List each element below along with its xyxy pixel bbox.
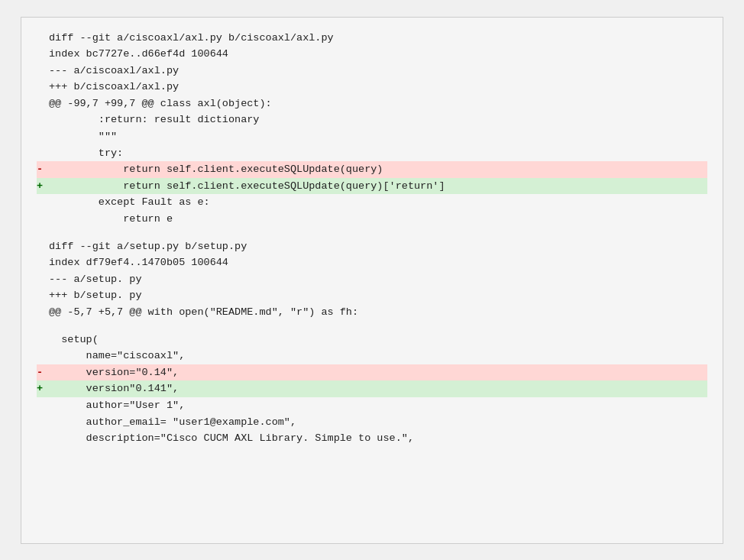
diff-line: :return: result dictionary [37, 112, 707, 128]
line-content: diff --git a/setup.py b/setup.py [49, 238, 707, 255]
line-content: name="ciscoaxl", [49, 348, 707, 364]
line-content: except Fault as e: [49, 194, 707, 211]
line-content: return self.client.executeSQLUpdate(quer… [49, 178, 707, 195]
line-content: version"0.141", [49, 380, 707, 397]
diff-line: --- a/setup. py [37, 271, 707, 288]
line-content: return self.client.executeSQLUpdate(quer… [49, 161, 707, 178]
line-content: description="Cisco CUCM AXL Library. Sim… [49, 430, 707, 447]
line-content: """ [49, 128, 707, 145]
diff-line: + version"0.141", [37, 380, 707, 397]
diff-viewer: diff --git a/ciscoaxl/axl.py b/ciscoaxl/… [21, 17, 723, 544]
line-content: try: [49, 145, 707, 162]
line-content: diff --git a/ciscoaxl/axl.py b/ciscoaxl/… [49, 30, 707, 47]
diff-line: description="Cisco CUCM AXL Library. Sim… [37, 430, 707, 447]
line-content: :return: result dictionary [49, 112, 707, 128]
diff-line: +++ b/setup. py [37, 287, 707, 304]
line-content: index bc7727e..d66ef4d 100644 [49, 46, 707, 63]
line-content: @@ -99,7 +99,7 @@ class axl(object): [49, 95, 707, 112]
diff-line: diff --git a/setup.py b/setup.py [37, 238, 707, 255]
diff-line: +++ b/ciscoaxl/axl.py [37, 79, 707, 95]
line-marker: + [37, 178, 49, 195]
diff-line: setup( [37, 332, 707, 348]
diff-line: --- a/ciscoaxl/axl.py [37, 63, 707, 79]
line-content: --- a/ciscoaxl/axl.py [49, 63, 707, 79]
diff-line: @@ -5,7 +5,7 @@ with open("README.md", "… [37, 304, 707, 321]
diff-line: @@ -99,7 +99,7 @@ class axl(object): [37, 95, 707, 112]
diff-line: name="ciscoaxl", [37, 348, 707, 364]
line-marker: - [37, 364, 49, 381]
diff-line: author_email= "user1@example.com", [37, 414, 707, 431]
line-content: +++ b/setup. py [49, 287, 707, 304]
diff-line: diff --git a/ciscoaxl/axl.py b/ciscoaxl/… [37, 30, 707, 47]
line-content: author="User 1", [49, 397, 707, 414]
diff-line: index bc7727e..d66ef4d 100644 [37, 46, 707, 63]
diff-line: return e [37, 211, 707, 228]
diff-line: author="User 1", [37, 397, 707, 414]
diff-line: - return self.client.executeSQLUpdate(qu… [37, 161, 707, 178]
line-marker: - [37, 161, 49, 178]
line-content: @@ -5,7 +5,7 @@ with open("README.md", "… [49, 304, 707, 321]
diff-line: except Fault as e: [37, 194, 707, 211]
line-content: +++ b/ciscoaxl/axl.py [49, 79, 707, 95]
line-marker: + [37, 380, 49, 397]
diff-line: """ [37, 128, 707, 145]
line-content: index df79ef4..1470b05 100644 [49, 254, 707, 271]
line-content: version="0.14", [49, 364, 707, 381]
diff-line: + return self.client.executeSQLUpdate(qu… [37, 178, 707, 195]
diff-line: - version="0.14", [37, 364, 707, 381]
line-content: author_email= "user1@example.com", [49, 414, 707, 431]
line-content: setup( [49, 332, 707, 348]
line-content: return e [49, 211, 707, 228]
diff-line: index df79ef4..1470b05 100644 [37, 254, 707, 271]
diff-line: try: [37, 145, 707, 162]
line-content: --- a/setup. py [49, 271, 707, 288]
